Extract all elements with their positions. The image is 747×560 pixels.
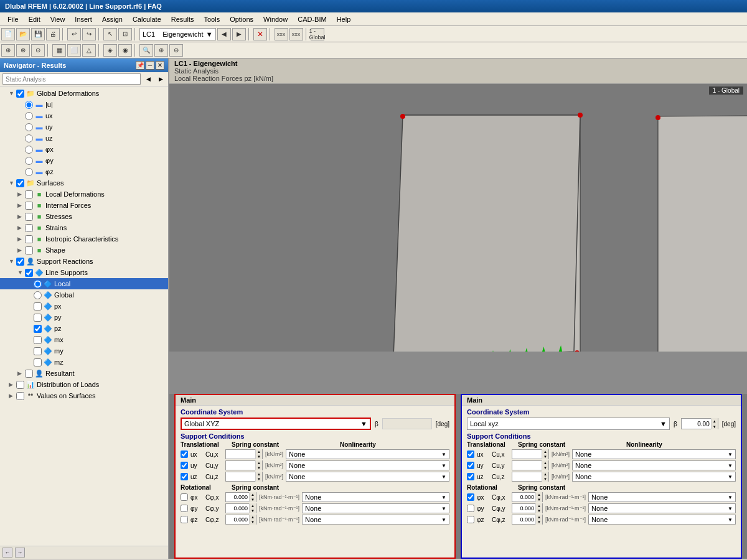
toolbar2-render2-btn[interactable]: ◉ xyxy=(118,44,132,57)
props-right-coord-dropdown[interactable]: Local xyz ▼ xyxy=(467,418,670,430)
props-left-ux-spin-down[interactable]: ▼ xyxy=(256,454,262,459)
menu-calculate[interactable]: Calculate xyxy=(128,14,166,24)
tree-toggle-isotropic[interactable]: ▶ xyxy=(17,236,25,242)
nav-search-prev-btn[interactable]: ◀ xyxy=(143,74,153,84)
props-left-uy-input[interactable]: ▲ ▼ xyxy=(225,460,263,470)
tree-item-line-supports[interactable]: ▼ 🔷 Line Supports xyxy=(0,267,168,278)
tree-check-my[interactable] xyxy=(34,347,42,355)
props-left-phiz-spin-up[interactable]: ▲ xyxy=(250,515,256,520)
props-right-uy-nonlin[interactable]: None ▼ xyxy=(572,460,736,470)
props-right-phix-input[interactable]: 0.000 ▲ ▼ xyxy=(512,492,543,502)
menu-insert[interactable]: Insert xyxy=(70,14,97,24)
tree-check-px[interactable] xyxy=(34,302,42,310)
nav-bottom-btn1[interactable]: ← xyxy=(2,548,12,558)
props-right-phiy-spin-up[interactable]: ▲ xyxy=(536,503,542,508)
menu-edit[interactable]: Edit xyxy=(24,14,45,24)
toolbar-print-btn[interactable]: 🖨 xyxy=(46,28,60,40)
props-right-ux-check[interactable] xyxy=(467,450,474,458)
props-left-phix-spin-up[interactable]: ▲ xyxy=(250,492,256,497)
tree-item-global-deformations[interactable]: ▼ 📁 Global Deformations xyxy=(0,88,168,99)
toolbar2-btn3[interactable]: ⊙ xyxy=(31,44,45,57)
toolbar2-view3-btn[interactable]: △ xyxy=(82,44,96,57)
menu-tools[interactable]: Tools xyxy=(199,14,225,24)
props-right-uy-input[interactable]: ▲ ▼ xyxy=(512,460,549,470)
toolbar2-view2-btn[interactable]: ⬜ xyxy=(67,44,81,57)
tree-item-surfaces[interactable]: ▼ 📁 Surfaces xyxy=(0,177,168,189)
tree-item-values-on-surfaces[interactable]: ▶ ** Values on Surfaces xyxy=(0,390,168,401)
props-right-ux-spin-up[interactable]: ▲ xyxy=(542,449,548,454)
props-right-uz-spin-down[interactable]: ▼ xyxy=(542,477,548,482)
toolbar-calc-btn[interactable]: ✕ xyxy=(253,28,267,40)
props-left-phix-input[interactable]: 0.000 ▲ ▼ xyxy=(225,492,256,502)
tree-check-resultant[interactable] xyxy=(25,370,33,378)
tree-item-global[interactable]: 🔷 Global xyxy=(0,289,168,301)
props-left-phiz-spin-down[interactable]: ▼ xyxy=(250,520,256,525)
tree-item-strains[interactable]: ▶ ■ Strains xyxy=(0,222,168,233)
props-left-phiz-check[interactable] xyxy=(181,516,188,523)
props-right-beta-input[interactable]: 0.00 ▲ ▼ xyxy=(681,418,718,429)
props-right-beta-spin-down[interactable]: ▼ xyxy=(712,424,718,429)
tree-radio-phix[interactable] xyxy=(25,146,33,154)
props-left-phix-check[interactable] xyxy=(181,493,188,501)
tree-toggle-stresses[interactable]: ▶ xyxy=(17,213,25,220)
tree-check-shape[interactable] xyxy=(25,246,33,254)
tree-toggle-values-surfaces[interactable]: ▶ xyxy=(9,393,16,399)
props-left-ux-check[interactable] xyxy=(181,450,188,458)
toolbar-select-btn[interactable]: ⊡ xyxy=(118,28,132,40)
tree-item-ux[interactable]: ▬ ux xyxy=(0,110,168,121)
props-left-uz-check[interactable] xyxy=(181,473,188,480)
tree-check-internal-forces[interactable] xyxy=(25,202,33,210)
tree-check-pz[interactable] xyxy=(34,325,42,333)
tree-toggle-distr-loads[interactable]: ▶ xyxy=(9,381,16,388)
props-left-uy-nonlin[interactable]: None ▼ xyxy=(286,460,449,470)
tree-check-line-supports[interactable] xyxy=(25,269,33,277)
props-right-phiz-input[interactable]: 0.000 ▲ ▼ xyxy=(512,515,543,525)
props-left-ux-input[interactable]: ▲ ▼ xyxy=(225,449,263,459)
props-right-uy-spin-up[interactable]: ▲ xyxy=(542,460,548,465)
nav-minimize-btn[interactable]: ─ xyxy=(146,61,154,70)
menu-results[interactable]: Results xyxy=(166,14,199,24)
tree-item-u-abs[interactable]: ▬ |u| xyxy=(0,99,168,110)
props-left-uz-nonlin[interactable]: None ▼ xyxy=(286,472,449,482)
tree-radio-global[interactable] xyxy=(34,291,42,299)
tree-item-uz[interactable]: ▬ uz xyxy=(0,133,168,144)
props-left-phiy-nonlin[interactable]: None ▼ xyxy=(302,503,449,513)
props-right-phiz-spin-up[interactable]: ▲ xyxy=(536,515,542,520)
props-right-ux-spin-down[interactable]: ▼ xyxy=(542,454,548,459)
tree-item-my[interactable]: 🔷 my xyxy=(0,345,168,357)
toolbar-prev-btn[interactable]: ◀ xyxy=(217,28,231,40)
tree-check-stresses[interactable] xyxy=(25,213,33,221)
props-right-beta-spin-up[interactable]: ▲ xyxy=(712,418,718,424)
toolbar2-render1-btn[interactable]: ◈ xyxy=(103,44,117,57)
props-left-uy-spin-down[interactable]: ▼ xyxy=(256,465,262,470)
props-left-phiy-input[interactable]: 0.000 ▲ ▼ xyxy=(225,503,256,513)
menu-view[interactable]: View xyxy=(45,14,70,24)
props-left-uy-check[interactable] xyxy=(181,462,188,469)
tree-check-py[interactable] xyxy=(34,314,42,322)
tree-item-isotropic[interactable]: ▶ ■ Isotropic Characteristics xyxy=(0,233,168,245)
toolbar-xxx2-btn[interactable]: xxx xyxy=(289,28,303,40)
nav-close-btn[interactable]: ✕ xyxy=(156,61,164,70)
menu-options[interactable]: Options xyxy=(225,14,258,24)
props-right-uy-check[interactable] xyxy=(467,462,474,469)
tree-radio-uz[interactable] xyxy=(25,134,33,142)
tree-check-isotropic[interactable] xyxy=(25,235,33,243)
toolbar2-zoomout-btn[interactable]: ⊖ xyxy=(169,44,183,57)
tree-item-stresses[interactable]: ▶ ■ Stresses xyxy=(0,211,168,222)
tree-check-mz[interactable] xyxy=(34,358,42,366)
props-right-phiz-nonlin[interactable]: None ▼ xyxy=(588,515,736,525)
tree-toggle-global-def[interactable]: ▼ xyxy=(9,90,16,96)
tree-item-local-deformations[interactable]: ▶ ■ Local Deformations xyxy=(0,189,168,200)
toolbar-xxx1-btn[interactable]: xxx xyxy=(275,28,288,40)
props-left-phix-spin-down[interactable]: ▼ xyxy=(250,497,256,502)
props-left-phiy-spin-down[interactable]: ▼ xyxy=(250,508,256,513)
props-right-phix-spin-up[interactable]: ▲ xyxy=(536,492,542,497)
tree-radio-uy[interactable] xyxy=(25,123,33,131)
tree-radio-phiz[interactable] xyxy=(25,168,33,176)
toolbar-next-btn[interactable]: ▶ xyxy=(232,28,246,40)
tree-toggle-strains[interactable]: ▶ xyxy=(17,225,25,231)
toolbar-cursor-btn[interactable]: ↖ xyxy=(103,28,117,40)
tree-toggle-shape[interactable]: ▶ xyxy=(17,247,25,253)
nav-bottom-btn2[interactable]: → xyxy=(15,548,25,558)
nav-pin-btn[interactable]: 📌 xyxy=(136,61,144,70)
